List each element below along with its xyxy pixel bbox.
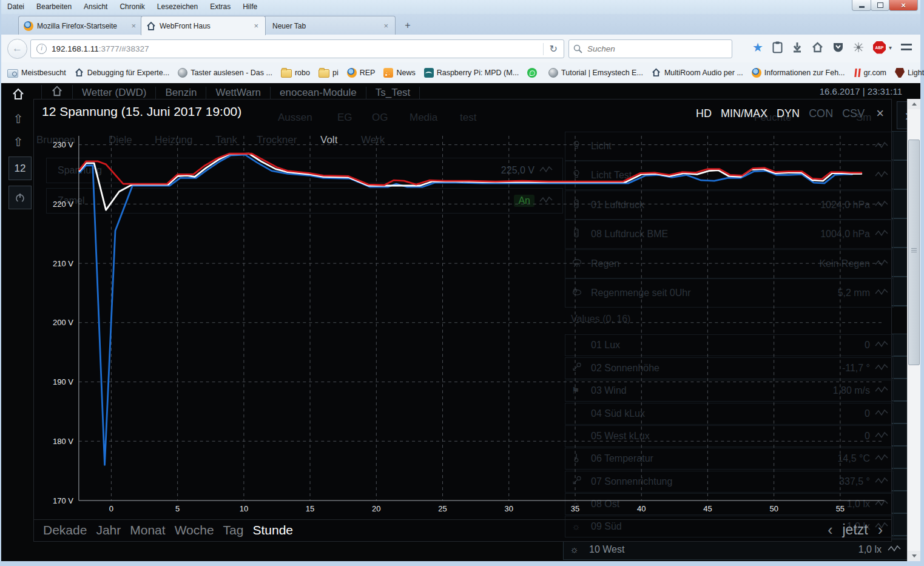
bookmark-whatsapp[interactable]: [527, 68, 540, 78]
arrow-up-icon: ⇧: [13, 112, 24, 126]
now-button[interactable]: jetzt: [842, 522, 868, 538]
menu-bar: DateiBearbeitenAnsichtChronikLesezeichen…: [1, 0, 920, 14]
dyn-button[interactable]: DYN: [777, 107, 800, 120]
scroll-down-button[interactable]: [908, 551, 920, 561]
scroll-up-button[interactable]: [908, 99, 920, 109]
sidebar-arrow-up-button-2[interactable]: ⇧: [6, 133, 30, 150]
range-stunde[interactable]: Stunde: [252, 523, 293, 537]
bookmark-raspberry-mpd[interactable]: Raspberry Pi: MPD (M...: [424, 68, 519, 78]
scrollbar-thumb[interactable]: [908, 140, 920, 365]
range-dekade[interactable]: Dekade: [43, 523, 87, 537]
reading-list-icon[interactable]: [772, 41, 783, 54]
menu-ansicht[interactable]: Ansicht: [78, 0, 113, 13]
bookmark-folder-robo[interactable]: robo: [281, 68, 310, 78]
tab-label: Mozilla Firefox-Startseite: [37, 22, 126, 30]
range-tag[interactable]: Tag: [223, 523, 244, 537]
range-jahr[interactable]: Jahr: [96, 523, 121, 537]
range-monat[interactable]: Monat: [130, 523, 165, 537]
hd-button[interactable]: HD: [696, 107, 712, 120]
browser-window: DateiBearbeitenAnsichtChronikLesezeichen…: [0, 0, 924, 566]
bookmark-meistbesucht[interactable]: Meistbesucht: [7, 68, 66, 78]
webfront-page: Wetter (DWD) Benzin WettWarn enocean-Mod…: [1, 83, 920, 561]
back-button[interactable]: ←: [7, 39, 27, 59]
download-icon[interactable]: [792, 41, 803, 54]
chart-toolbar: HD MIN/MAX DYN CON CSV ×: [696, 106, 884, 121]
sidebar-power-button[interactable]: [8, 186, 32, 209]
bookmark-lightshow[interactable]: Light Show: [895, 68, 924, 78]
menu-hilfe[interactable]: Hilfe: [237, 0, 263, 13]
menu-bearbeiten[interactable]: Bearbeiten: [30, 0, 78, 13]
svg-text:200 V: 200 V: [53, 318, 73, 327]
con-button[interactable]: CON: [809, 107, 833, 120]
chart-footer: Dekade Jahr Monat Woche Tag Stunde ‹ jet…: [34, 519, 891, 543]
nav-home-button[interactable]: [41, 85, 73, 100]
tab-close-icon[interactable]: ×: [382, 21, 390, 30]
pocket-icon[interactable]: [832, 41, 844, 54]
nav-item-enocean[interactable]: enocean-Module: [271, 87, 366, 99]
prev-icon[interactable]: ‹: [828, 521, 832, 539]
bookmark-tutorial[interactable]: Tutorial | Emsystech E...: [548, 68, 643, 78]
range-woche[interactable]: Woche: [175, 523, 214, 537]
minimize-icon: [859, 6, 865, 8]
bookmark-grcom[interactable]: gr.com: [854, 68, 887, 78]
tab-webfront-haus[interactable]: WebFront Haus ×: [141, 16, 266, 35]
nav-item-tstest[interactable]: Ts_Test: [366, 87, 420, 99]
badge-label: 12: [15, 163, 26, 175]
svg-text:25: 25: [438, 504, 447, 513]
bookmark-debugging[interactable]: Debugging für Experte...: [75, 68, 170, 78]
bookmark-label: Tutorial | Emsystech E...: [561, 69, 643, 77]
sparkline-icon[interactable]: [888, 544, 901, 555]
chevron-down-icon[interactable]: ▾: [889, 41, 892, 54]
nav-item-wetter[interactable]: Wetter (DWD): [73, 87, 156, 99]
csv-button[interactable]: CSV: [842, 107, 865, 120]
bookmark-informationen[interactable]: Informationen zur Feh...: [752, 68, 845, 78]
page-scrollbar[interactable]: [907, 99, 920, 561]
bookmark-folder-pi[interactable]: pi: [319, 68, 339, 78]
firefox-icon: [24, 21, 33, 31]
bookmark-label: gr.com: [864, 69, 887, 77]
minmax-button[interactable]: MIN/MAX: [721, 107, 767, 120]
menu-datei[interactable]: Datei: [1, 0, 30, 13]
menu-chronik[interactable]: Chronik: [113, 0, 150, 13]
bookmark-multiroom[interactable]: MultiRoom Audio per ...: [652, 68, 743, 78]
new-tab-button[interactable]: +: [400, 19, 415, 32]
menu-lesezeichen[interactable]: Lesezeichen: [151, 0, 204, 13]
sidebar-home-button[interactable]: [6, 85, 30, 103]
bookmark-star-icon[interactable]: ★: [752, 41, 763, 54]
menu-icon[interactable]: [901, 41, 912, 54]
search-box[interactable]: [568, 39, 732, 58]
bookmark-rep[interactable]: REP: [347, 68, 376, 78]
info-icon[interactable]: i: [36, 44, 47, 54]
menu-extras[interactable]: Extras: [204, 0, 237, 13]
tab-close-icon[interactable]: ×: [252, 21, 260, 30]
restore-icon: [877, 2, 883, 8]
search-input[interactable]: [586, 42, 728, 56]
screenshot-addon-icon[interactable]: [853, 41, 864, 54]
close-button[interactable]: ×: [889, 0, 918, 11]
bookmark-label: pi: [332, 69, 339, 77]
svg-text:180 V: 180 V: [53, 437, 73, 446]
home-filled-icon: [12, 87, 25, 101]
tab-neuer-tab[interactable]: Neuer Tab ×: [263, 16, 396, 35]
tab-firefox-start[interactable]: Mozilla Firefox-Startseite ×: [18, 16, 143, 35]
url-bar[interactable]: i 192.168.1.11 :3777/#38327 ↻: [30, 39, 564, 58]
window-controls: ×: [852, 0, 918, 11]
url-path: :3777/#38327: [99, 44, 543, 53]
sidebar-arrow-up-button[interactable]: ⇧: [6, 110, 30, 127]
tab-close-icon[interactable]: ×: [129, 21, 138, 30]
restore-button[interactable]: [871, 0, 889, 11]
nav-item-wettwarn[interactable]: WettWarn: [206, 87, 271, 99]
nav-item-benzin[interactable]: Benzin: [156, 87, 206, 99]
sidebar-badge-12[interactable]: 12: [8, 157, 32, 180]
minimize-button[interactable]: [852, 0, 871, 11]
bookmark-news[interactable]: News: [383, 68, 415, 78]
firefox-icon: [752, 68, 761, 78]
next-icon[interactable]: ›: [878, 521, 883, 539]
adblock-icon[interactable]: ABP: [873, 41, 886, 54]
svg-text:210 V: 210 V: [53, 259, 73, 268]
close-chart-icon[interactable]: ×: [876, 106, 884, 121]
bookmark-taster[interactable]: Taster auslesen - Das ...: [178, 68, 272, 78]
bookmark-label: Light Show: [908, 69, 924, 77]
reload-icon[interactable]: ↻: [543, 43, 564, 55]
home-icon[interactable]: [812, 41, 823, 54]
